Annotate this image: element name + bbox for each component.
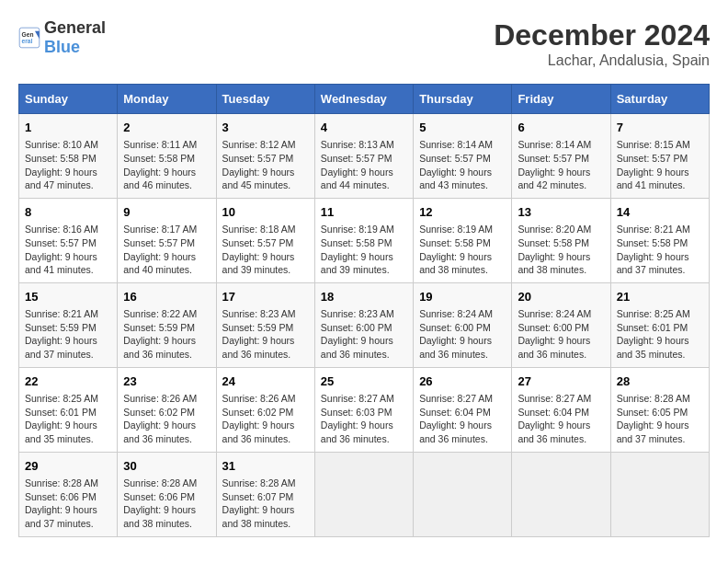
calendar-cell: 23Sunrise: 8:26 AM Sunset: 6:02 PM Dayli… — [118, 367, 216, 452]
day-info: Sunrise: 8:12 AM Sunset: 5:57 PM Dayligh… — [222, 138, 309, 192]
calendar-cell: 19Sunrise: 8:24 AM Sunset: 6:00 PM Dayli… — [414, 282, 512, 367]
day-info: Sunrise: 8:28 AM Sunset: 6:06 PM Dayligh… — [25, 477, 111, 531]
calendar-cell: 29Sunrise: 8:28 AM Sunset: 6:06 PM Dayli… — [19, 452, 118, 536]
day-info: Sunrise: 8:16 AM Sunset: 5:57 PM Dayligh… — [25, 223, 111, 277]
calendar-cell: 30Sunrise: 8:28 AM Sunset: 6:06 PM Dayli… — [118, 452, 216, 536]
calendar-cell: 5Sunrise: 8:14 AM Sunset: 5:57 PM Daylig… — [414, 114, 512, 199]
calendar-cell: 10Sunrise: 8:18 AM Sunset: 5:57 PM Dayli… — [216, 198, 314, 282]
location-title: Lachar, Andalusia, Spain — [494, 52, 710, 69]
day-number: 20 — [518, 289, 604, 305]
day-info: Sunrise: 8:14 AM Sunset: 5:57 PM Dayligh… — [419, 138, 506, 192]
logo: Gen eral General Blue — [18, 18, 106, 57]
calendar-cell: 6Sunrise: 8:14 AM Sunset: 5:57 PM Daylig… — [512, 114, 610, 199]
calendar-cell: 20Sunrise: 8:24 AM Sunset: 6:00 PM Dayli… — [512, 282, 610, 367]
calendar-cell: 22Sunrise: 8:25 AM Sunset: 6:01 PM Dayli… — [19, 367, 118, 452]
day-info: Sunrise: 8:24 AM Sunset: 6:00 PM Dayligh… — [518, 307, 604, 362]
day-header-sunday: Sunday — [19, 85, 118, 114]
day-info: Sunrise: 8:18 AM Sunset: 5:57 PM Dayligh… — [222, 223, 309, 277]
day-info: Sunrise: 8:27 AM Sunset: 6:03 PM Dayligh… — [321, 392, 407, 446]
day-info: Sunrise: 8:19 AM Sunset: 5:58 PM Dayligh… — [321, 223, 407, 277]
day-info: Sunrise: 8:24 AM Sunset: 6:00 PM Dayligh… — [419, 307, 506, 362]
calendar-cell: 28Sunrise: 8:28 AM Sunset: 6:05 PM Dayli… — [610, 367, 709, 452]
day-info: Sunrise: 8:17 AM Sunset: 5:57 PM Dayligh… — [123, 223, 210, 277]
day-number: 21 — [617, 289, 703, 305]
day-info: Sunrise: 8:15 AM Sunset: 5:57 PM Dayligh… — [617, 138, 703, 192]
day-number: 26 — [419, 373, 506, 390]
day-info: Sunrise: 8:10 AM Sunset: 5:58 PM Dayligh… — [25, 138, 111, 192]
day-header-wednesday: Wednesday — [314, 85, 413, 114]
day-header-friday: Friday — [512, 85, 610, 114]
day-info: Sunrise: 8:26 AM Sunset: 6:02 PM Dayligh… — [123, 392, 210, 446]
day-number: 31 — [222, 458, 309, 475]
day-header-tuesday: Tuesday — [216, 85, 314, 114]
calendar-cell: 15Sunrise: 8:21 AM Sunset: 5:59 PM Dayli… — [19, 282, 118, 367]
day-header-saturday: Saturday — [610, 85, 709, 114]
day-number: 22 — [25, 373, 111, 390]
day-number: 19 — [419, 289, 506, 305]
day-number: 3 — [222, 120, 309, 136]
day-info: Sunrise: 8:19 AM Sunset: 5:58 PM Dayligh… — [419, 223, 506, 277]
month-title: December 2024 — [494, 18, 710, 52]
day-number: 4 — [321, 120, 407, 136]
day-number: 18 — [321, 289, 407, 305]
calendar-cell: 24Sunrise: 8:26 AM Sunset: 6:02 PM Dayli… — [216, 367, 314, 452]
calendar-table: SundayMondayTuesdayWednesdayThursdayFrid… — [18, 84, 710, 537]
title-area: December 2024 Lachar, Andalusia, Spain — [494, 18, 710, 69]
calendar-cell: 8Sunrise: 8:16 AM Sunset: 5:57 PM Daylig… — [19, 198, 118, 282]
calendar-cell: 21Sunrise: 8:25 AM Sunset: 6:01 PM Dayli… — [610, 282, 709, 367]
svg-text:Gen: Gen — [22, 31, 34, 38]
day-info: Sunrise: 8:22 AM Sunset: 5:59 PM Dayligh… — [123, 307, 210, 362]
calendar-cell: 4Sunrise: 8:13 AM Sunset: 5:57 PM Daylig… — [314, 114, 413, 199]
day-number: 30 — [123, 458, 210, 475]
calendar-cell: 17Sunrise: 8:23 AM Sunset: 5:59 PM Dayli… — [216, 282, 314, 367]
calendar-cell: 14Sunrise: 8:21 AM Sunset: 5:58 PM Dayli… — [610, 198, 709, 282]
day-number: 6 — [518, 120, 604, 136]
day-info: Sunrise: 8:27 AM Sunset: 6:04 PM Dayligh… — [518, 392, 604, 446]
day-header-thursday: Thursday — [414, 85, 512, 114]
logo-icon: Gen eral — [18, 27, 40, 49]
calendar-cell — [414, 452, 512, 536]
day-info: Sunrise: 8:20 AM Sunset: 5:58 PM Dayligh… — [518, 223, 604, 277]
calendar-cell: 25Sunrise: 8:27 AM Sunset: 6:03 PM Dayli… — [314, 367, 413, 452]
day-number: 23 — [123, 373, 210, 390]
calendar-cell: 12Sunrise: 8:19 AM Sunset: 5:58 PM Dayli… — [414, 198, 512, 282]
day-number: 2 — [123, 120, 210, 136]
day-info: Sunrise: 8:25 AM Sunset: 6:01 PM Dayligh… — [617, 307, 703, 362]
header: Gen eral General Blue December 2024 Lach… — [18, 18, 710, 69]
day-number: 9 — [123, 204, 210, 221]
day-number: 25 — [321, 373, 407, 390]
calendar-cell: 7Sunrise: 8:15 AM Sunset: 5:57 PM Daylig… — [610, 114, 709, 199]
day-info: Sunrise: 8:21 AM Sunset: 5:59 PM Dayligh… — [25, 307, 111, 362]
calendar-cell — [314, 452, 413, 536]
calendar-cell: 9Sunrise: 8:17 AM Sunset: 5:57 PM Daylig… — [118, 198, 216, 282]
logo-text: General Blue — [44, 18, 106, 57]
calendar-cell — [610, 452, 709, 536]
day-info: Sunrise: 8:21 AM Sunset: 5:58 PM Dayligh… — [617, 223, 703, 277]
day-info: Sunrise: 8:23 AM Sunset: 5:59 PM Dayligh… — [222, 307, 309, 362]
day-number: 27 — [518, 373, 604, 390]
calendar-cell: 3Sunrise: 8:12 AM Sunset: 5:57 PM Daylig… — [216, 114, 314, 199]
day-info: Sunrise: 8:13 AM Sunset: 5:57 PM Dayligh… — [321, 138, 407, 192]
calendar-cell: 27Sunrise: 8:27 AM Sunset: 6:04 PM Dayli… — [512, 367, 610, 452]
day-number: 15 — [25, 289, 111, 305]
day-number: 24 — [222, 373, 309, 390]
day-number: 28 — [617, 373, 703, 390]
calendar-cell: 2Sunrise: 8:11 AM Sunset: 5:58 PM Daylig… — [118, 114, 216, 199]
day-info: Sunrise: 8:28 AM Sunset: 6:05 PM Dayligh… — [617, 392, 703, 446]
day-info: Sunrise: 8:14 AM Sunset: 5:57 PM Dayligh… — [518, 138, 604, 192]
calendar-cell: 11Sunrise: 8:19 AM Sunset: 5:58 PM Dayli… — [314, 198, 413, 282]
day-info: Sunrise: 8:28 AM Sunset: 6:07 PM Dayligh… — [222, 477, 309, 531]
day-number: 16 — [123, 289, 210, 305]
day-number: 7 — [617, 120, 703, 136]
calendar-cell: 13Sunrise: 8:20 AM Sunset: 5:58 PM Dayli… — [512, 198, 610, 282]
calendar-cell: 1Sunrise: 8:10 AM Sunset: 5:58 PM Daylig… — [19, 114, 118, 199]
day-number: 14 — [617, 204, 703, 221]
day-number: 10 — [222, 204, 309, 221]
svg-text:eral: eral — [22, 38, 33, 44]
day-number: 8 — [25, 204, 111, 221]
day-info: Sunrise: 8:26 AM Sunset: 6:02 PM Dayligh… — [222, 392, 309, 446]
day-number: 12 — [419, 204, 506, 221]
day-number: 1 — [25, 120, 111, 136]
calendar-cell: 16Sunrise: 8:22 AM Sunset: 5:59 PM Dayli… — [118, 282, 216, 367]
day-number: 11 — [321, 204, 407, 221]
